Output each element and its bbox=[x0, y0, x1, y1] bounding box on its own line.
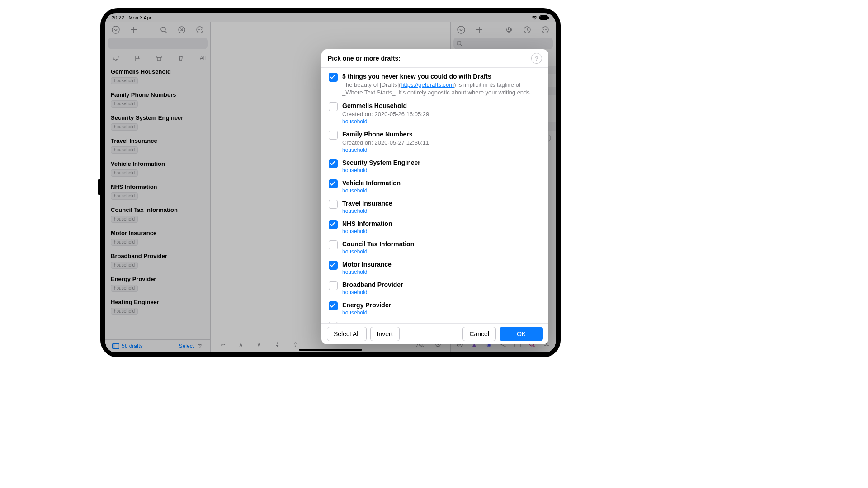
actions-search-field[interactable] bbox=[453, 38, 553, 49]
archive-icon[interactable] bbox=[153, 52, 165, 64]
new-action-icon[interactable] bbox=[473, 24, 485, 36]
help-icon[interactable]: ? bbox=[531, 53, 542, 64]
more-icon[interactable] bbox=[194, 24, 206, 36]
draft-title: NHS Information bbox=[111, 183, 205, 190]
checkbox[interactable] bbox=[329, 200, 338, 209]
svg-point-22 bbox=[545, 29, 546, 30]
checklist-item[interactable]: Council Tax Informationhousehold bbox=[321, 237, 548, 258]
clear-icon[interactable] bbox=[176, 24, 188, 36]
draft-list-item[interactable]: NHS Informationhousehold bbox=[105, 180, 210, 203]
tag-filter-field[interactable] bbox=[108, 38, 208, 49]
actions-menu-icon[interactable] bbox=[455, 24, 467, 36]
checkbox[interactable] bbox=[329, 159, 338, 168]
svg-point-9 bbox=[201, 29, 202, 30]
checklist-item[interactable]: Gemmells HouseholdCreated on: 2020-05-26… bbox=[321, 99, 548, 127]
checklist-item[interactable]: Broadband Providerhousehold bbox=[321, 278, 548, 298]
checkbox[interactable] bbox=[329, 102, 338, 111]
home-indicator[interactable] bbox=[299, 349, 362, 351]
checkbox[interactable] bbox=[329, 240, 338, 249]
search-actions-icon[interactable] bbox=[503, 24, 515, 36]
undo-icon[interactable]: ⤺ bbox=[217, 338, 229, 350]
search-icon[interactable] bbox=[158, 24, 170, 36]
filter-all-label[interactable]: All bbox=[200, 55, 206, 61]
item-title: Council Tax Information bbox=[342, 240, 541, 248]
checklist-item[interactable]: Heating Engineerhousehold bbox=[321, 319, 548, 323]
tag-pill: household bbox=[111, 262, 138, 269]
tag-pill: household bbox=[111, 192, 138, 200]
link-icon[interactable] bbox=[194, 340, 206, 352]
draft-list-item[interactable]: Security System Engineerhousehold bbox=[105, 111, 210, 134]
tag-pill: household bbox=[111, 285, 138, 292]
history-icon[interactable] bbox=[521, 24, 533, 36]
tag-pill: household bbox=[111, 100, 138, 108]
dialog-title: Pick one or more drafts: bbox=[328, 55, 401, 62]
move-down-icon[interactable]: ⇣ bbox=[271, 338, 283, 350]
checklist-item[interactable]: Travel Insurancehousehold bbox=[321, 197, 548, 217]
tag-pill: household bbox=[111, 216, 138, 223]
more-actions-icon[interactable] bbox=[539, 24, 551, 36]
tag-pill: household bbox=[111, 77, 138, 84]
item-tag: household bbox=[342, 310, 541, 316]
checklist-item[interactable]: Vehicle Informationhousehold bbox=[321, 176, 548, 197]
draft-title: Travel Insurance bbox=[111, 137, 205, 144]
checkbox[interactable] bbox=[329, 281, 338, 290]
draft-list-item[interactable]: Family Phone Numbershousehold bbox=[105, 88, 210, 111]
nav-up-icon[interactable]: ∧ bbox=[235, 338, 247, 350]
select-all-button[interactable]: Select All bbox=[327, 327, 367, 341]
item-title: Broadband Provider bbox=[342, 281, 541, 289]
draft-list-item[interactable]: Vehicle Informationhousehold bbox=[105, 157, 210, 180]
item-title: NHS Information bbox=[342, 220, 541, 228]
svg-rect-13 bbox=[113, 344, 115, 349]
draft-list-item[interactable]: Broadband Providerhousehold bbox=[105, 249, 210, 272]
checkbox[interactable] bbox=[329, 73, 338, 82]
svg-rect-1 bbox=[540, 16, 547, 19]
invert-button[interactable]: Invert bbox=[370, 327, 400, 341]
new-draft-icon[interactable] bbox=[128, 24, 140, 36]
item-tag: household bbox=[342, 147, 541, 153]
checkbox[interactable] bbox=[329, 179, 338, 188]
status-bar: 20:22 Mon 3 Apr bbox=[105, 13, 556, 22]
checklist-item[interactable]: 5 things you never knew you could do wit… bbox=[321, 70, 548, 99]
trash-icon[interactable] bbox=[175, 52, 187, 64]
draft-list-item[interactable]: Heating Engineerhousehold bbox=[105, 295, 210, 318]
cancel-button[interactable]: Cancel bbox=[462, 327, 496, 341]
tag-pill: household bbox=[111, 123, 138, 131]
draft-title: Heating Engineer bbox=[111, 299, 205, 305]
checklist-item[interactable]: NHS Informationhousehold bbox=[321, 217, 548, 237]
draft-list-item[interactable]: Motor Insurancehousehold bbox=[105, 226, 210, 249]
description-link[interactable]: https://getdrafts.com bbox=[401, 81, 454, 88]
svg-point-16 bbox=[458, 26, 465, 33]
draft-list-item[interactable]: Gemmells Householdhousehold bbox=[105, 65, 210, 88]
checkbox[interactable] bbox=[329, 131, 338, 140]
tag-pill: household bbox=[111, 308, 138, 315]
checklist-item[interactable]: Security System Engineerhousehold bbox=[321, 156, 548, 176]
checkbox[interactable] bbox=[329, 322, 338, 323]
draft-list-item[interactable]: Council Tax Informationhousehold bbox=[105, 203, 210, 226]
checklist-item[interactable]: Motor Insurancehousehold bbox=[321, 258, 548, 278]
draft-list-item[interactable]: Travel Insurancehousehold bbox=[105, 134, 210, 157]
draft-list-item[interactable]: Energy Providerhousehold bbox=[105, 272, 210, 295]
checkbox[interactable] bbox=[329, 220, 338, 229]
svg-point-7 bbox=[198, 29, 199, 30]
checkbox[interactable] bbox=[329, 301, 338, 310]
item-tag: household bbox=[342, 208, 541, 214]
checklist-item[interactable]: Energy Providerhousehold bbox=[321, 298, 548, 319]
inbox-icon[interactable] bbox=[110, 52, 122, 64]
svg-point-21 bbox=[543, 29, 544, 30]
workspace-menu-icon[interactable] bbox=[110, 24, 122, 36]
status-time: 20:22 bbox=[112, 15, 124, 20]
checklist-item[interactable]: Family Phone NumbersCreated on: 2020-05-… bbox=[321, 127, 548, 156]
svg-point-8 bbox=[199, 29, 200, 30]
item-tag: household bbox=[342, 269, 541, 275]
ok-button[interactable]: OK bbox=[500, 327, 543, 341]
draft-title: Gemmells Household bbox=[111, 68, 205, 75]
flag-icon[interactable] bbox=[132, 52, 143, 64]
svg-point-23 bbox=[546, 29, 547, 30]
checkbox[interactable] bbox=[329, 261, 338, 270]
item-subtitle: Created on: 2020-05-26 16:05:29 bbox=[342, 110, 541, 118]
item-title: Vehicle Information bbox=[342, 179, 541, 187]
svg-point-24 bbox=[457, 41, 461, 45]
select-button[interactable]: Select bbox=[179, 343, 194, 349]
nav-down-icon[interactable]: ∨ bbox=[253, 338, 265, 350]
sidebar-toggle-icon[interactable] bbox=[110, 340, 122, 352]
